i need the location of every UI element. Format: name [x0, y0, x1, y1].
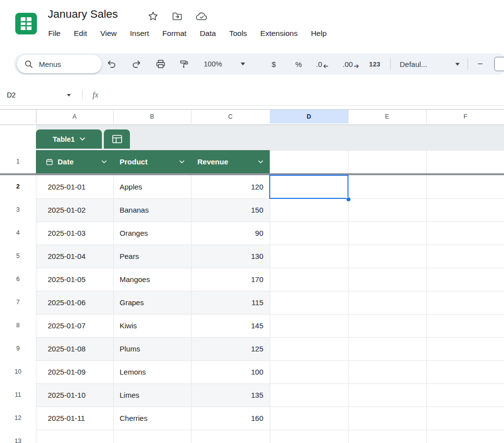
chevron-down-icon[interactable] [101, 160, 107, 164]
calendar-icon [46, 158, 53, 165]
row-header-11[interactable]: 11 [0, 383, 36, 407]
column-header-A[interactable]: A [36, 110, 114, 124]
cell-date[interactable]: 2025-01-09 [36, 360, 113, 383]
select-all-corner[interactable] [0, 110, 36, 124]
grid-line-h [36, 430, 504, 430]
chevron-down-icon[interactable] [258, 160, 263, 164]
cell-date[interactable]: 2025-01-07 [36, 314, 113, 337]
column-header-E[interactable]: E [348, 110, 427, 124]
grid-line-v [426, 124, 427, 443]
row-header-1[interactable]: 1 [0, 150, 36, 174]
column-header-D[interactable]: D [270, 110, 348, 124]
cell-date[interactable]: 2025-01-05 [36, 268, 113, 291]
row-header-8[interactable]: 8 [0, 314, 36, 338]
cell-product[interactable]: Cherries [113, 407, 191, 430]
chevron-down-icon [80, 137, 85, 141]
cell-revenue[interactable]: 145 [191, 314, 270, 337]
column-header-B[interactable]: B [113, 110, 191, 124]
row-header-9[interactable]: 9 [0, 337, 36, 361]
table-header-label: Revenue [197, 158, 228, 166]
cells-layer: DateProductRevenue2025-01-01Apples120202… [0, 0, 504, 443]
cell-revenue[interactable]: 90 [191, 222, 270, 245]
row-header-2[interactable]: 2 [0, 175, 36, 199]
table-name-label: Table1 [53, 135, 75, 143]
row-header-5[interactable]: 5 [0, 245, 36, 268]
cell-revenue[interactable]: 100 [191, 360, 270, 383]
column-header-C[interactable]: C [191, 110, 270, 124]
table-header-date[interactable]: Date [36, 150, 113, 173]
row-header-6[interactable]: 6 [0, 268, 36, 291]
row-header-3[interactable]: 3 [0, 198, 36, 222]
cell-revenue[interactable]: 120 [191, 175, 270, 198]
cell-product[interactable]: Lemons [113, 360, 191, 383]
cell-product[interactable]: Apples [113, 175, 191, 198]
column-headers: ABCDEF [0, 109, 504, 125]
cell-revenue[interactable]: 170 [191, 268, 270, 291]
table-name-chip[interactable]: Table1 [36, 129, 102, 149]
fill-handle[interactable] [346, 197, 351, 202]
cell-revenue[interactable]: 125 [191, 337, 270, 360]
cell-product[interactable]: Bananas [113, 198, 191, 222]
frozen-row-divider[interactable] [0, 173, 504, 175]
chevron-down-icon[interactable] [179, 160, 185, 164]
cell-product[interactable]: Grapes [113, 291, 191, 314]
column-header-F[interactable]: F [426, 110, 504, 124]
cell-date[interactable]: 2025-01-11 [36, 407, 113, 430]
table-header-product[interactable]: Product [113, 150, 191, 173]
cell-revenue[interactable]: 160 [191, 407, 270, 430]
cell-date[interactable]: 2025-01-02 [36, 198, 113, 222]
spreadsheet-grid: DateProductRevenue2025-01-01Apples120202… [0, 0, 504, 443]
cell-product[interactable]: Plums [113, 337, 191, 360]
table-header-label: Product [120, 158, 148, 166]
cell-revenue[interactable]: 130 [191, 245, 270, 268]
table-header-label: Date [58, 158, 74, 166]
row-header-13[interactable]: 13 [0, 430, 36, 443]
table-range-button[interactable] [104, 129, 130, 149]
row-header-12[interactable]: 12 [0, 407, 36, 430]
cell-revenue[interactable]: 115 [191, 291, 270, 314]
cell-revenue[interactable]: 135 [191, 383, 270, 407]
cell-product[interactable]: Kiwis [113, 314, 191, 337]
row-header-10[interactable]: 10 [0, 360, 36, 384]
cell-date[interactable]: 2025-01-04 [36, 245, 113, 268]
grid-line-v [348, 124, 348, 443]
cell-date[interactable]: 2025-01-10 [36, 383, 113, 407]
cell-date[interactable]: 2025-01-08 [36, 337, 113, 360]
cell-product[interactable]: Limes [113, 383, 191, 407]
cell-product[interactable]: Mangoes [113, 268, 191, 291]
grid-line-v [270, 124, 270, 443]
cell-date[interactable]: 2025-01-03 [36, 222, 113, 245]
table-header-revenue[interactable]: Revenue [191, 150, 270, 173]
table-grid-icon [112, 134, 123, 144]
cell-date[interactable]: 2025-01-01 [36, 175, 113, 198]
cell-product[interactable]: Oranges [113, 222, 191, 245]
row-header-4[interactable]: 4 [0, 222, 36, 245]
cell-revenue[interactable]: 150 [191, 198, 270, 222]
row-header-7[interactable]: 7 [0, 291, 36, 315]
cell-date[interactable]: 2025-01-06 [36, 291, 113, 314]
cell-product[interactable]: Pears [113, 245, 191, 268]
